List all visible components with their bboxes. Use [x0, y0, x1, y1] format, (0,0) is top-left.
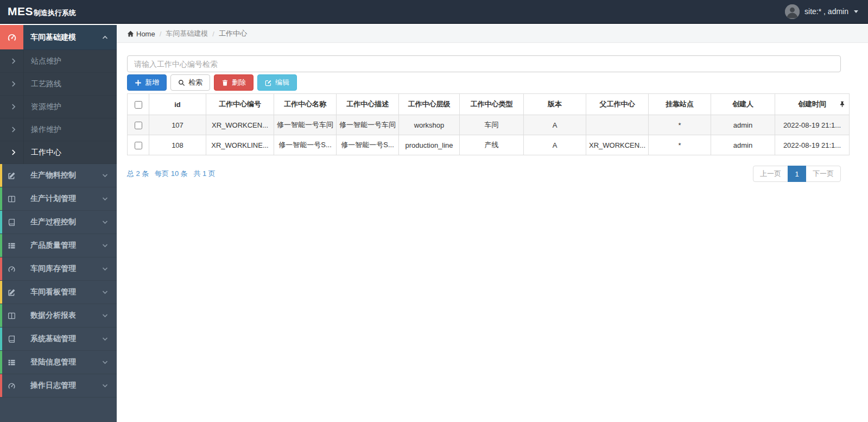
col-header-name: 工作中心名称 [274, 94, 337, 115]
sidebar-subitem[interactable]: 工艺路线 [0, 73, 117, 96]
delete-button[interactable]: 删除 [214, 74, 254, 91]
chevron-right-icon [11, 127, 16, 133]
col-header-created: 创建时间 [775, 94, 850, 115]
section-color-strip [0, 374, 2, 397]
add-button[interactable]: 新增 [127, 74, 167, 91]
content-area: Home / 车间基础建模 / 工作中心 新增 检索 [117, 25, 868, 422]
sidebar-subitem[interactable]: 资源维护 [0, 96, 117, 118]
section-color-strip [0, 351, 2, 374]
section-color-strip [0, 257, 2, 280]
search-input[interactable] [127, 55, 841, 72]
chevron-right-icon [11, 149, 16, 155]
trash-icon [221, 79, 229, 86]
cell-code: XR_WORKLINE... [206, 135, 274, 155]
sidebar-item-label: 产品质量管理 [30, 241, 102, 250]
sidebar-item[interactable]: 生产物料控制 [0, 164, 117, 187]
table-row[interactable]: 107 XR_WORKCEN... 修一智能一号车间 修一智能一号车间 work… [128, 115, 850, 135]
chevron-down-icon [102, 313, 108, 318]
cell-parent: XR_WORKCEN... [586, 135, 649, 155]
breadcrumb-home-link[interactable]: Home [127, 30, 155, 38]
sidebar-item-label: 生产物料控制 [30, 171, 102, 180]
chevron-right-icon [11, 58, 16, 64]
sidebar-sections: 生产物料控制 生产计划管理 生产过程控制 [0, 164, 117, 398]
add-button-label: 新增 [145, 78, 159, 87]
breadcrumb-item: 车间基础建模 [166, 29, 208, 39]
breadcrumb-separator: / [160, 30, 162, 38]
pin-icon[interactable] [840, 102, 845, 108]
pagination: 上一页 1 下一页 [753, 166, 841, 182]
pagination-row: 总 2 条 每页 10 条 共 1 页 上一页 1 下一页 [127, 166, 841, 182]
sidebar-item-workshop-base-modeling[interactable]: 车间基础建模 [0, 25, 117, 50]
sidebar-item-label: 生产计划管理 [30, 194, 102, 204]
page-size: 每页 10 条 [155, 169, 188, 178]
page-count: 共 1 页 [193, 169, 215, 178]
sidebar-subitem-label: 操作维护 [31, 125, 61, 135]
cell-desc: 修一智能一号车间 [337, 115, 399, 135]
cell-version: A [524, 135, 586, 155]
sidebar-subitem[interactable]: 工作中心 [0, 141, 117, 164]
cell-name: 修一智能一号车间 [274, 115, 337, 135]
sidebar-item-label: 数据分析报表 [30, 311, 102, 320]
prev-page-button[interactable]: 上一页 [753, 166, 788, 182]
cell-station: * [649, 115, 711, 135]
chevron-down-icon [102, 173, 108, 178]
sidebar-item[interactable]: 生产计划管理 [0, 187, 117, 211]
table-row[interactable]: 108 XR_WORKLINE... 修一智能一号S... 修一智能一号S...… [128, 135, 850, 155]
cell-desc: 修一智能一号S... [337, 135, 399, 155]
row-checkbox[interactable] [135, 142, 142, 149]
app-logo-bold: MES [8, 5, 33, 18]
gauge-icon [0, 265, 23, 273]
cell-parent [586, 115, 649, 135]
user-menu[interactable]: site:* , admin [785, 4, 858, 19]
select-all-checkbox[interactable] [135, 101, 142, 109]
page-1-button[interactable]: 1 [788, 166, 806, 182]
sidebar-subitem[interactable]: 操作维护 [0, 118, 117, 141]
app-logo-text: 制造执行系统 [34, 8, 76, 18]
sidebar-item[interactable]: 登陆信息管理 [0, 351, 117, 374]
sidebar-item[interactable]: 操作日志管理 [0, 374, 117, 398]
chevron-down-icon [102, 266, 108, 272]
row-checkbox[interactable] [135, 122, 142, 129]
breadcrumb: Home / 车间基础建模 / 工作中心 [117, 25, 868, 43]
sidebar-subitem[interactable]: 站点维护 [0, 50, 117, 73]
cell-level: workshop [399, 115, 460, 135]
search-button[interactable]: 检索 [170, 74, 210, 91]
sidebar-item[interactable]: 数据分析报表 [0, 304, 117, 327]
gauge-icon [0, 382, 23, 390]
col-header-creator: 创建人 [711, 94, 775, 115]
sidebar-item[interactable]: 车间库存管理 [0, 257, 117, 281]
col-header-station: 挂靠站点 [649, 94, 711, 115]
chevron-down-icon [102, 336, 108, 342]
cell-created: 2022-08-19 21:1... [775, 135, 850, 155]
sidebar-item-label: 车间库存管理 [30, 264, 102, 274]
col-header-code: 工作中心编号 [206, 94, 274, 115]
app-logo[interactable]: MES制造执行系统 [8, 5, 76, 18]
sidebar-item[interactable]: 生产过程控制 [0, 211, 117, 234]
section-color-strip [0, 187, 2, 210]
cell-creator: admin [711, 135, 775, 155]
section-color-strip [0, 281, 2, 304]
total-count: 总 2 条 [127, 169, 149, 178]
columns-icon [0, 312, 23, 320]
cell-type: 车间 [460, 115, 524, 135]
home-icon [127, 30, 134, 37]
sidebar-item[interactable]: 车间看板管理 [0, 281, 117, 304]
page-body: 新增 检索 删除 编辑 [117, 43, 868, 182]
sidebar-item[interactable]: 产品质量管理 [0, 234, 117, 257]
cell-id: 108 [149, 135, 206, 155]
top-navbar: MES制造执行系统 site:* , admin [0, 0, 868, 24]
next-page-button[interactable]: 下一页 [806, 166, 841, 182]
cell-version: A [524, 115, 586, 135]
list-icon [0, 358, 23, 367]
sidebar-item[interactable]: 系统基础管理 [0, 327, 117, 351]
book-icon [0, 335, 23, 343]
chevron-up-icon [102, 35, 108, 40]
user-label: site:* , admin [804, 7, 848, 16]
sidebar-submenu: 站点维护 工艺路线 资源维护 操作维护 [0, 50, 117, 164]
chevron-down-icon [102, 289, 108, 295]
magnifier-icon [178, 79, 185, 86]
edit-button[interactable]: 编辑 [257, 74, 297, 91]
section-color-strip [0, 211, 2, 234]
cell-type: 产线 [460, 135, 524, 155]
breadcrumb-current: 工作中心 [219, 29, 247, 39]
